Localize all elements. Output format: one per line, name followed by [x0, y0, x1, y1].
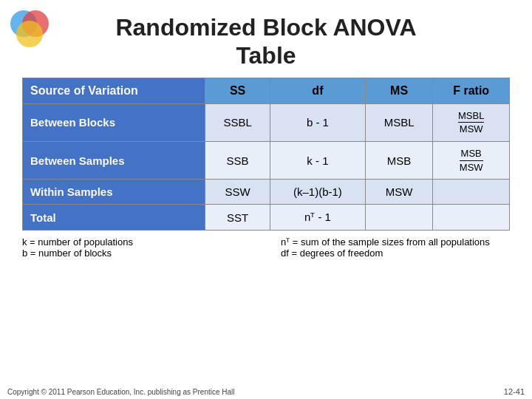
- logo: [7, 7, 52, 52]
- svg-point-2: [16, 21, 43, 47]
- page-title: Randomized Block ANOVA Table: [7, 13, 525, 70]
- source-between-samples: Between Samples: [23, 141, 205, 179]
- ss-between-blocks: SSBL: [205, 103, 270, 141]
- ms-between-blocks: MSBL: [365, 103, 433, 141]
- source-total: Total: [23, 205, 205, 231]
- title-area: Randomized Block ANOVA Table: [0, 0, 532, 78]
- ss-between-samples: SSB: [205, 141, 270, 179]
- f-ratio-within-samples: [433, 180, 510, 205]
- f-ratio-fraction-2: MSB MSW: [460, 148, 483, 173]
- df-within-samples: (k–1)(b-1): [270, 180, 366, 205]
- header-ms: MS: [365, 78, 433, 103]
- footnote-nt: nᵀ = sum of the sample sizes from all po…: [281, 236, 510, 248]
- slide-number: 12-41: [504, 387, 525, 396]
- footnotes: k = number of populations b = number of …: [22, 236, 510, 259]
- table-row: Within Samples SSW (k–1)(b-1) MSW: [23, 180, 510, 205]
- footnote-df: df = degrees of freedom: [281, 248, 510, 259]
- table-row: Between Samples SSB k - 1 MSB MSB MSW: [23, 141, 510, 179]
- anova-table-container: Source of Variation SS df MS F ratio Bet…: [22, 78, 510, 231]
- source-between-blocks: Between Blocks: [23, 103, 205, 141]
- ms-within-samples: MSW: [365, 180, 433, 205]
- f-ratio-between-blocks: MSBL MSW: [433, 103, 510, 141]
- df-total: nᵀ - 1: [270, 205, 366, 231]
- ms-between-samples: MSB: [365, 141, 433, 179]
- f-ratio-between-samples: MSB MSW: [433, 141, 510, 179]
- footnotes-left: k = number of populations b = number of …: [22, 236, 251, 259]
- table-header-row: Source of Variation SS df MS F ratio: [23, 78, 510, 103]
- f-ratio-total: [433, 205, 510, 231]
- f-ratio-fraction: MSBL MSW: [458, 110, 484, 135]
- table-row: Between Blocks SSBL b - 1 MSBL MSBL MSW: [23, 103, 510, 141]
- df-between-blocks: b - 1: [270, 103, 366, 141]
- table-row: Total SST nᵀ - 1: [23, 205, 510, 231]
- header-df: df: [270, 78, 366, 103]
- header-source: Source of Variation: [23, 78, 205, 103]
- footnotes-right: nᵀ = sum of the sample sizes from all po…: [281, 236, 510, 259]
- ss-within-samples: SSW: [205, 180, 270, 205]
- header-ss: SS: [205, 78, 270, 103]
- copyright: Copyright © 2011 Pearson Education, Inc.…: [7, 388, 235, 396]
- anova-table: Source of Variation SS df MS F ratio Bet…: [22, 78, 510, 231]
- footnote-k: k = number of populations: [22, 236, 251, 248]
- footnote-b: b = number of blocks: [22, 248, 251, 259]
- df-between-samples: k - 1: [270, 141, 366, 179]
- source-within-samples: Within Samples: [23, 180, 205, 205]
- header-f-ratio: F ratio: [433, 78, 510, 103]
- ms-total: [365, 205, 433, 231]
- ss-total: SST: [205, 205, 270, 231]
